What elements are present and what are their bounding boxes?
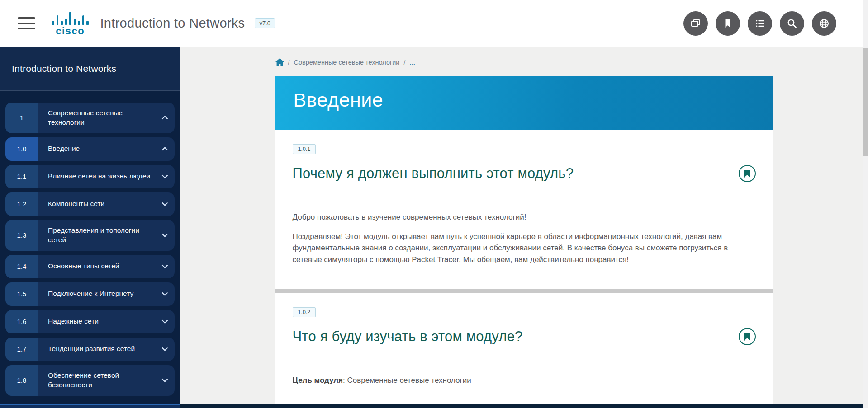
nav-item-label: Влияние сетей на жизнь людей: [38, 165, 155, 188]
breadcrumb-separator: /: [403, 59, 405, 66]
breadcrumb: / Современные сетевые технологии / ...: [275, 58, 773, 66]
nav-item-number: 1.5: [5, 282, 38, 306]
section-rule: [293, 354, 756, 354]
course-sidebar: Introduction to Networks 1 Современные с…: [0, 47, 180, 408]
cisco-logo: cisco: [52, 11, 89, 36]
chevron-icon: [155, 365, 175, 396]
bookmark-icon[interactable]: [716, 11, 740, 36]
nav-item-label: Основные типы сетей: [38, 255, 155, 278]
footer-bar: [0, 404, 863, 408]
chevron-icon: [155, 103, 175, 133]
sidebar-item-1.6[interactable]: 1.6 Надежные сети: [5, 310, 175, 333]
module-banner: Введение: [275, 76, 773, 130]
list-icon[interactable]: [748, 11, 772, 36]
sidebar-course-title: Introduction to Networks: [12, 63, 168, 74]
breadcrumb-separator: /: [288, 59, 290, 66]
nav-item-label: Обеспечение сетевой безопасности: [38, 365, 155, 396]
topic-number-badge: 1.0.2: [293, 307, 316, 317]
module-nav: 1 Современные сетевые технологии 1.0 Вве…: [0, 91, 180, 408]
content-area: / Современные сетевые технологии / ... В…: [180, 47, 868, 408]
nav-item-label: Введение: [38, 137, 155, 161]
nav-item-label: Надежные сети: [38, 310, 155, 333]
section-title: Почему я должен выполнить этот модуль?: [293, 165, 574, 182]
sidebar-header: Introduction to Networks: [0, 47, 180, 91]
nav-item-number: 1.2: [5, 192, 38, 216]
section-rule: [293, 191, 756, 191]
section-bookmark-button[interactable]: [739, 165, 756, 182]
footer-bar-sidebar-segment: [0, 404, 180, 408]
sidebar-item-1.5[interactable]: 1.5 Подключение к Интернету: [5, 282, 175, 306]
section-paragraph: Поздравляем! Этот модуль открывает вам п…: [293, 231, 749, 266]
sidebar-item-1.0[interactable]: 1.0 Введение: [5, 137, 175, 161]
sidebar-item-1.4[interactable]: 1.4 Основные типы сетей: [5, 255, 175, 278]
chevron-icon: [155, 165, 175, 188]
sidebar-item-1.1[interactable]: 1.1 Влияние сетей на жизнь людей: [5, 165, 175, 188]
home-icon[interactable]: [275, 58, 284, 66]
scrollbar-thumb[interactable]: [863, 48, 868, 156]
nav-item-label: Подключение к Интернету: [38, 282, 155, 306]
lesson-card: Введение 1.0.1 Почему я должен выполнить…: [275, 76, 773, 408]
nav-item-number: 1.1: [5, 165, 38, 188]
nav-item-number: 1.8: [5, 365, 38, 396]
chevron-icon: [155, 282, 175, 306]
chevron-icon: [155, 137, 175, 161]
nav-item-number: 1.4: [5, 255, 38, 278]
page-scrollbar[interactable]: [863, 0, 868, 408]
section-body: Добро пожаловать в изучение современных …: [293, 211, 756, 265]
lesson-sections: 1.0.1 Почему я должен выполнить этот мод…: [275, 130, 773, 408]
header-toolbar: [683, 11, 850, 36]
sidebar-item-1.7[interactable]: 1.7 Тенденции развития сетей: [5, 338, 175, 361]
sidebar-item-1.3[interactable]: 1.3 Представления и топологии сетей: [5, 220, 175, 251]
section-body: Цель модуля: Современные сетевые техноло…: [293, 375, 756, 386]
chevron-icon: [155, 310, 175, 333]
module-goal-label: Цель модуля: [293, 376, 343, 385]
breadcrumb-ellipsis[interactable]: ...: [410, 59, 416, 66]
hamburger-menu-button[interactable]: [18, 17, 35, 29]
breadcrumb-module-link[interactable]: Современные сетевые технологии: [294, 59, 400, 66]
section-paragraph: Добро пожаловать в изучение современных …: [293, 211, 749, 223]
nav-item-number: 1.0: [5, 137, 38, 161]
section-divider: [275, 289, 773, 293]
nav-item-number: 1.6: [5, 310, 38, 333]
nav-item-number: 1.7: [5, 338, 38, 361]
nav-item-label: Тенденции развития сетей: [38, 338, 155, 361]
chevron-icon: [155, 192, 175, 216]
version-badge: v7.0: [255, 18, 275, 28]
sidebar-item-1[interactable]: 1 Современные сетевые технологии: [5, 103, 175, 133]
banner-title: Введение: [275, 76, 773, 111]
globe-icon[interactable]: [812, 11, 836, 36]
sidebar-item-1.2[interactable]: 1.2 Компоненты сети: [5, 192, 175, 216]
lesson-section: 1.0.2 Что я буду изучать в этом модуле? …: [275, 293, 773, 408]
chevron-icon: [155, 220, 175, 251]
nav-item-number: 1.3: [5, 220, 38, 251]
nav-item-number: 1: [5, 103, 38, 133]
app-header: cisco Introduction to Networks v7.0: [0, 0, 868, 47]
module-goal: Цель модуля: Современные сетевые техноло…: [293, 375, 749, 386]
chevron-icon: [155, 338, 175, 361]
nav-item-label: Компоненты сети: [38, 192, 155, 216]
section-title: Что я буду изучать в этом модуле?: [293, 328, 523, 345]
topic-number-badge: 1.0.1: [293, 144, 316, 154]
course-title: Introduction to Networks: [100, 16, 245, 31]
lesson-section: 1.0.1 Почему я должен выполнить этот мод…: [275, 130, 773, 289]
pages-icon[interactable]: [683, 11, 708, 36]
nav-item-label: Современные сетевые технологии: [38, 103, 155, 133]
chevron-icon: [155, 255, 175, 278]
search-icon[interactable]: [780, 11, 804, 36]
nav-item-label: Представления и топологии сетей: [38, 220, 155, 251]
cisco-logo-text: cisco: [56, 26, 85, 36]
sidebar-item-1.8[interactable]: 1.8 Обеспечение сетевой безопасности: [5, 365, 175, 396]
section-bookmark-button[interactable]: [739, 328, 756, 345]
cisco-logo-bars-icon: [52, 11, 89, 25]
